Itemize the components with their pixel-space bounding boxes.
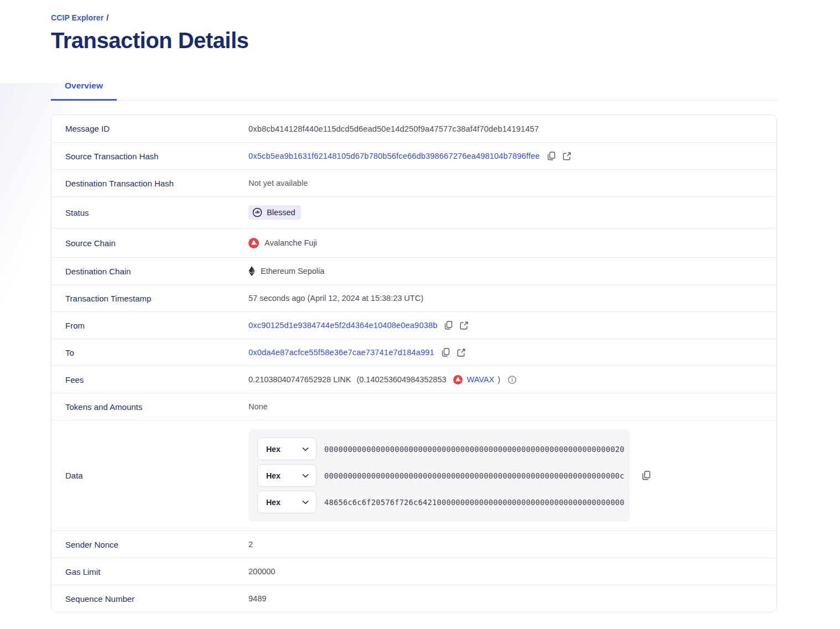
table-row-tokens: Tokens and Amounts None — [51, 393, 776, 420]
transaction-details-page: CCIP Explorer/ Transaction Details Overv… — [51, 0, 777, 612]
hex-data-line: 0000000000000000000000000000000000000000… — [324, 445, 625, 454]
page-title: Transaction Details — [51, 28, 777, 53]
table-row-dest-tx-hash: Destination Transaction Hash Not yet ava… — [51, 169, 776, 196]
data-hex-block: Hex 000000000000000000000000000000000000… — [248, 429, 630, 522]
to-address-link[interactable]: 0x0da4e87acfce55f58e36e7cae73741e7d184a9… — [248, 348, 434, 357]
table-row-sequence-number: Sequence Number 9489 — [51, 585, 776, 612]
hex-line-2: Hex 000000000000000000000000000000000000… — [257, 464, 621, 487]
hex-data-line: 0000000000000000000000000000000000000000… — [324, 471, 625, 480]
wavax-token-link[interactable]: WAVAX — [467, 375, 495, 384]
dest-tx-hash-value: Not yet available — [248, 179, 308, 188]
gas-limit-value: 200000 — [248, 567, 275, 576]
row-label: Source Chain — [51, 230, 248, 256]
table-row-fees: Fees 0.21038040747652928 LINK (0.1402536… — [51, 366, 776, 393]
table-row-status: Status Blessed — [51, 196, 776, 228]
timestamp-value: 57 seconds ago (April 12, 2024 at 15:38:… — [248, 294, 423, 303]
row-label: Data — [51, 462, 248, 488]
hex-format-dropdown-label: Hex — [266, 445, 281, 454]
table-row-source-chain: Source Chain Avalanche Fuji — [51, 228, 776, 257]
message-id-value: 0xb8cb414128f440e115dcd5d6ead50e14d250f9… — [248, 124, 539, 133]
ethereum-icon — [248, 266, 255, 276]
sender-nonce-value: 2 — [248, 540, 253, 549]
copy-icon[interactable] — [444, 321, 453, 330]
breadcrumb-ccip-explorer-link[interactable]: CCIP Explorer — [51, 13, 103, 22]
info-icon[interactable] — [508, 376, 516, 384]
row-label: Destination Transaction Hash — [51, 170, 248, 196]
copy-icon[interactable] — [547, 152, 556, 160]
chevron-down-icon — [302, 500, 309, 505]
sequence-number-value: 9489 — [248, 594, 266, 603]
status-badge: Blessed — [248, 205, 301, 220]
table-row-data: Data Hex 0000000000000000000000000000000… — [51, 420, 776, 531]
tab-bar: Overview — [51, 75, 777, 101]
table-row-message-id: Message ID 0xb8cb414128f440e115dcd5d6ead… — [51, 115, 776, 142]
hex-format-dropdown-label: Hex — [266, 471, 281, 480]
row-label: Transaction Timestamp — [51, 285, 248, 311]
hex-format-dropdown[interactable]: Hex — [257, 491, 317, 513]
row-label: Message ID — [51, 116, 248, 142]
row-label: Status — [51, 200, 248, 226]
table-row-dest-chain: Destination Chain Ethereum Sepolia — [51, 257, 776, 284]
hex-data-line: 48656c6c6f20576f726c64210000000000000000… — [324, 498, 625, 507]
hex-format-dropdown[interactable]: Hex — [257, 438, 317, 460]
source-chain-name: Avalanche Fuji — [265, 238, 317, 247]
row-label: From — [51, 313, 248, 339]
table-row-timestamp: Transaction Timestamp 57 seconds ago (Ap… — [51, 284, 776, 311]
avalanche-icon — [453, 375, 463, 384]
chevron-down-icon — [302, 474, 309, 478]
tokens-value: None — [248, 402, 268, 411]
fees-paren-close: ) — [497, 375, 500, 384]
hex-line-3: Hex 48656c6c6f20576f726c6421000000000000… — [257, 491, 621, 513]
table-row-sender-nonce: Sender Nonce 2 — [51, 531, 776, 558]
breadcrumb: CCIP Explorer/ — [51, 13, 777, 22]
hex-format-dropdown-label: Hex — [266, 498, 281, 507]
breadcrumb-separator: / — [106, 13, 108, 22]
row-label: Sender Nonce — [51, 532, 248, 558]
hex-format-dropdown[interactable]: Hex — [257, 464, 317, 487]
copy-icon[interactable] — [442, 348, 450, 357]
row-label: Tokens and Amounts — [51, 394, 248, 420]
fees-wavax-amount: (0.140253604984352853 — [356, 375, 446, 384]
table-row-from: From 0xc90125d1e9384744e5f2d4364e10408e0… — [51, 311, 776, 339]
row-label: To — [51, 340, 248, 366]
row-label: Fees — [51, 367, 248, 393]
chevron-down-icon — [302, 447, 309, 451]
row-label: Sequence Number — [51, 586, 248, 612]
transaction-details-table: Message ID 0xb8cb414128f440e115dcd5d6ead… — [51, 115, 777, 612]
external-link-icon[interactable] — [563, 152, 571, 160]
row-label: Source Transaction Hash — [51, 143, 248, 169]
external-link-icon[interactable] — [460, 321, 468, 330]
copy-icon[interactable] — [642, 471, 651, 480]
table-row-to: To 0x0da4e87acfce55f58e36e7cae73741e7d18… — [51, 339, 776, 366]
tab-overview[interactable]: Overview — [51, 75, 117, 101]
row-label: Gas Limit — [51, 559, 248, 585]
table-row-source-tx-hash: Source Transaction Hash 0x5cb5ea9b1631f6… — [51, 142, 776, 169]
external-link-icon[interactable] — [457, 349, 465, 357]
from-address-link[interactable]: 0xc90125d1e9384744e5f2d4364e10408e0ea903… — [248, 321, 437, 330]
hex-line-1: Hex 000000000000000000000000000000000000… — [257, 438, 621, 460]
row-label: Destination Chain — [51, 258, 248, 284]
status-badge-label: Blessed — [267, 208, 295, 217]
status-blessed-icon — [252, 207, 262, 217]
avalanche-icon — [248, 238, 259, 248]
fees-link-amount: 0.21038040747652928 LINK — [248, 375, 351, 384]
table-row-gas-limit: Gas Limit 200000 — [51, 558, 776, 585]
source-tx-hash-link[interactable]: 0x5cb5ea9b1631f62148105d67b780b56fce66db… — [248, 152, 540, 160]
dest-chain-name: Ethereum Sepolia — [261, 267, 324, 275]
